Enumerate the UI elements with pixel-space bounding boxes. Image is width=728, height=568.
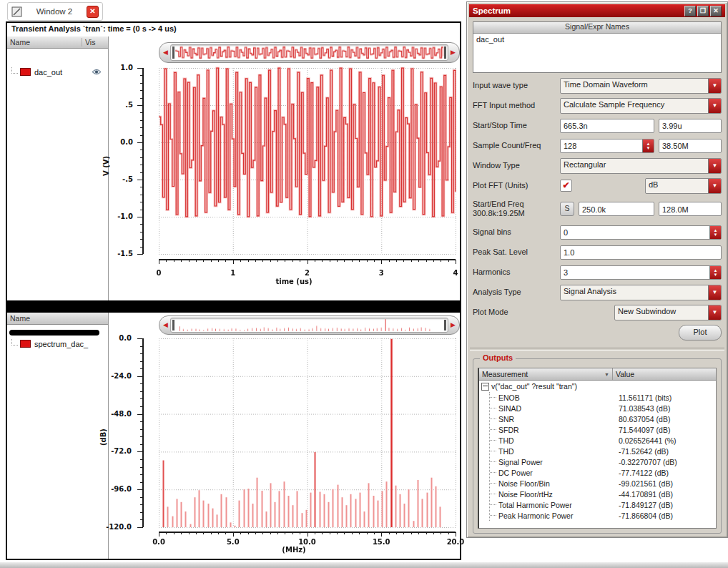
spinner-icon[interactable]: ▲▼	[709, 266, 721, 279]
measurements-table[interactable]: Measurement ▼ Value v("dac_out" ?result …	[478, 368, 717, 529]
dialog-close-button[interactable]: ✕	[710, 6, 722, 16]
measurement-row[interactable]: THD-71.52642 (dB)	[490, 446, 716, 456]
measurement-value: 71.544097 (dB)	[619, 426, 716, 434]
transient-analysis-title: Transient Analysis `tran`: time = (0 s -…	[11, 24, 177, 33]
chevron-down-icon[interactable]: ▼	[708, 159, 721, 173]
dropdown-value: dB	[646, 179, 708, 193]
tick-label: -96.0	[111, 485, 132, 493]
measurement-value: 0.026526441 (%)	[619, 436, 716, 445]
start-freq-field[interactable]: 250.0k	[579, 202, 654, 216]
tick-label: 15.0	[373, 538, 390, 546]
chevron-down-icon[interactable]: ▼	[708, 179, 721, 193]
window-icon	[11, 6, 22, 17]
chevron-down-icon[interactable]: ▼	[708, 285, 721, 300]
field-label: Input wave type	[473, 81, 560, 90]
plot-button[interactable]: Plot	[679, 325, 722, 341]
measurement-row[interactable]: SINAD71.038543 (dB)	[490, 403, 716, 413]
window-type-dropdown[interactable]: Rectangular ▼	[560, 158, 722, 174]
slider-track[interactable]	[170, 318, 448, 333]
help-button[interactable]: ?	[684, 6, 696, 16]
measurement-row[interactable]: Noise Floor/Bin-99.021561 (dB)	[490, 478, 716, 489]
signal-bins-stepper[interactable]: 0 ▲▼	[560, 225, 722, 240]
measurement-row[interactable]: Total Harmonic Power-71.849127 (dB)	[490, 499, 716, 510]
slider-left-arrow-icon[interactable]: ◀	[161, 49, 170, 56]
measurement-row[interactable]: SFDR71.544097 (dB)	[490, 424, 716, 435]
measurement-column-header[interactable]: Measurement ▼	[479, 368, 613, 380]
spectrum-y-tick-labels: 0.0-24.0-48.0-72.0-96.0-120.0	[104, 333, 133, 542]
measurement-row[interactable]: Noise Floor/rtHz-44.170891 (dB)	[490, 489, 716, 499]
window-tab-title: Window 2	[22, 7, 87, 16]
spinner-icon[interactable]: ▲▼	[642, 139, 654, 152]
measurement-row[interactable]: Signal Power-0.32270707 (dB)	[490, 456, 716, 467]
plot-mode-dropdown[interactable]: New Subwindow ▼	[614, 305, 722, 320]
signal-expr-list[interactable]: Signal/Expr Names dac_out	[473, 21, 722, 73]
row-fft-input-method: FFT Input method Calculate Sample Freque…	[473, 98, 722, 113]
signal-expr-item[interactable]: dac_out	[473, 34, 721, 45]
sidebar-header: Name Vis	[7, 36, 108, 49]
dropdown-value: Rectangular	[561, 159, 708, 173]
dialog-titlebar[interactable]: Spectrum ? ❐ ✕	[469, 4, 725, 17]
field-label: Plot FFT (Units)	[473, 181, 560, 190]
visibility-eye-icon[interactable]	[92, 69, 102, 75]
outputs-group: Outputs Measurement ▼ Value v("dac_out" …	[473, 358, 722, 534]
slider-right-arrow-icon[interactable]: ▶	[448, 322, 458, 328]
harmonics-stepper[interactable]: 3 ▲▼	[560, 265, 722, 280]
tick-label: 0.0	[152, 538, 165, 546]
chevron-down-icon[interactable]: ▼	[708, 305, 721, 320]
sample-freq-field[interactable]: 38.50M	[659, 139, 722, 153]
tree-branch-icon	[490, 440, 496, 441]
peak-sat-level-field[interactable]: 1.0	[560, 245, 722, 260]
field-value: 1.0	[564, 248, 721, 257]
measurement-row[interactable]: ENOB11.561171 (bits)	[490, 392, 716, 403]
slider-grip-left[interactable]	[172, 320, 174, 330]
start-time-field[interactable]: 665.3n	[560, 119, 654, 133]
window-tab[interactable]: Window 2 ✕	[7, 2, 103, 21]
sort-indicator-icon[interactable]: ▼	[604, 372, 609, 377]
spinner-icon[interactable]: ▲▼	[709, 226, 721, 239]
input-wave-type-dropdown[interactable]: Time Domain Waveform ▼	[560, 78, 722, 94]
slider-grip-left[interactable]	[172, 46, 174, 59]
spectrum-x-tick-labels: 0.05.010.015.020.0	[132, 537, 456, 547]
measurement-row[interactable]: Peak Harmonic Power-71.866804 (dB)	[490, 510, 716, 521]
spectrum-thumbnail	[175, 318, 443, 332]
tree-branch-icon	[490, 461, 496, 462]
restore-button[interactable]: ❐	[697, 6, 709, 16]
tree-branch-icon	[490, 472, 496, 473]
slider-left-arrow-icon[interactable]: ◀	[161, 322, 170, 328]
measurement-name: SNR	[498, 415, 619, 423]
signal-row-spectrum-dac[interactable]: spectrum_dac_	[7, 339, 108, 348]
chevron-down-icon[interactable]: ▼	[708, 99, 721, 113]
expand-collapse-icon[interactable]	[481, 383, 489, 391]
chevron-down-icon[interactable]: ▼	[708, 79, 721, 93]
tree-root-row[interactable]: v("dac_out" ?result "tran")	[479, 381, 716, 392]
redacted-signal-name	[9, 330, 99, 336]
tab-close-button[interactable]: ✕	[87, 6, 99, 18]
slider-grip-right[interactable]	[444, 46, 446, 59]
stop-time-field[interactable]: 3.99u	[659, 119, 722, 133]
end-freq-field[interactable]: 128.0M	[659, 202, 722, 216]
transient-plot-area[interactable]	[132, 62, 456, 270]
slider-grip-right[interactable]	[444, 320, 446, 330]
field-value: 0	[564, 227, 709, 237]
spectrum-pan-slider[interactable]: ◀ ▶	[159, 315, 460, 335]
field-value: 128	[564, 141, 642, 150]
value-column-header[interactable]: Value	[613, 368, 716, 380]
dropdown-value: New Subwindow	[615, 305, 708, 320]
sample-count-stepper[interactable]: 128 ▲▼	[560, 139, 654, 153]
measurement-row[interactable]: DC Power-77.74122 (dB)	[490, 467, 716, 478]
units-dropdown[interactable]: dB ▼	[645, 178, 722, 194]
plot-fft-checkbox[interactable]: ✔	[560, 180, 572, 192]
row-peak-sat-level: Peak Sat. Level 1.0	[473, 245, 722, 260]
transient-signal-sidebar: Name Vis dac_out	[7, 36, 109, 300]
analysis-type-dropdown[interactable]: Signal Analysis ▼	[560, 285, 722, 300]
signal-row-dac-out[interactable]: dac_out	[7, 67, 108, 77]
fft-input-method-dropdown[interactable]: Calculate Sample Frequency ▼	[560, 98, 722, 114]
s-button[interactable]: S	[560, 202, 574, 216]
measurement-name: THD	[498, 447, 619, 456]
transient-pan-slider[interactable]: ◀ ▶	[159, 42, 460, 63]
spectrum-plot-area[interactable]	[132, 333, 456, 542]
measurement-row[interactable]: THD0.026526441 (%)	[490, 435, 716, 446]
slider-track[interactable]	[170, 44, 448, 61]
slider-right-arrow-icon[interactable]: ▶	[448, 49, 458, 56]
measurement-row[interactable]: SNR80.637054 (dB)	[490, 413, 716, 424]
